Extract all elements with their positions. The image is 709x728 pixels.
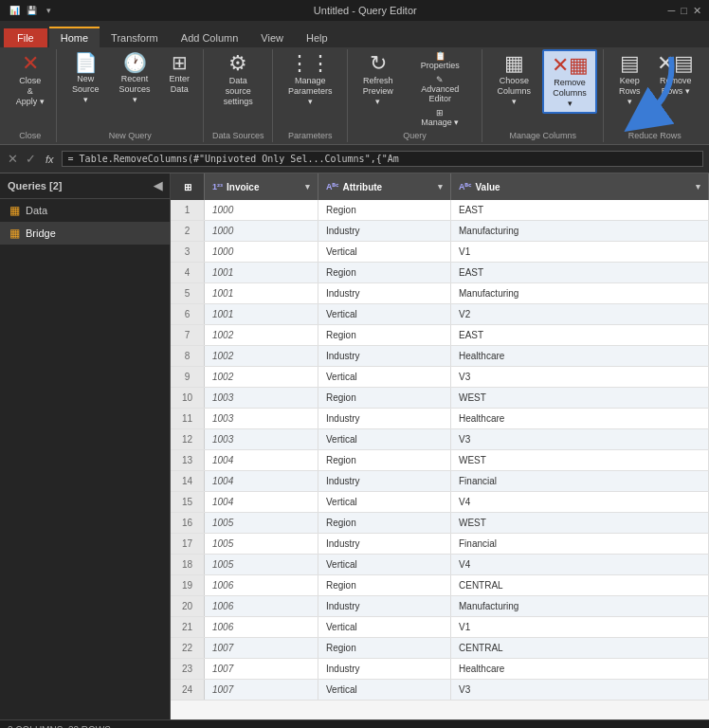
table-row[interactable]: 20 1006 Industry Manufacturing — [171, 596, 709, 617]
tab-transform[interactable]: Transform — [100, 28, 170, 47]
table-row[interactable]: 4 1001 Region EAST — [171, 263, 709, 283]
recent-sources-button[interactable]: 🕐 RecentSources ▾ — [110, 49, 159, 108]
tab-help[interactable]: Help — [295, 28, 339, 47]
table-row[interactable]: 21 1006 Vertical V1 — [171, 617, 709, 638]
cell-value: V1 — [451, 242, 709, 262]
sidebar-item-data[interactable]: ▦ Data — [0, 199, 170, 222]
formula-confirm-btn[interactable]: ✓ — [24, 152, 38, 166]
grid-menu-icon[interactable]: ⊞ — [184, 182, 191, 192]
remove-columns-label: RemoveColumns ▾ — [550, 78, 591, 108]
table-row[interactable]: 1 1000 Region EAST — [171, 200, 709, 221]
save-icon: 💾 — [25, 4, 38, 17]
window-title: Untitled - Query Editor — [63, 5, 668, 16]
table-row[interactable]: 16 1005 Region WEST — [171, 513, 709, 534]
table-row[interactable]: 3 1000 Vertical V1 — [171, 242, 709, 263]
cell-rownum: 8 — [171, 346, 205, 366]
table-row[interactable]: 15 1004 Vertical V4 — [171, 492, 709, 513]
cell-invoice: 1000 — [205, 200, 318, 220]
data-source-settings-button[interactable]: ⚙ Data sourcesettings — [209, 49, 266, 110]
minimize-btn[interactable]: ─ — [668, 5, 676, 17]
cell-attribute: Industry — [318, 221, 451, 241]
table-row[interactable]: 18 1005 Vertical V4 — [171, 555, 709, 575]
tab-add-column[interactable]: Add Column — [170, 28, 250, 47]
table-row[interactable]: 11 1003 Industry Healthcare — [171, 409, 709, 429]
grid-header-rownum: ⊞ — [171, 173, 205, 200]
dropdown-icon: ▾ — [42, 4, 55, 17]
ribbon-tabs: File Home Transform Add Column View Help — [0, 21, 709, 47]
cell-invoice: 1004 — [205, 492, 318, 512]
table-row[interactable]: 5 1001 Industry Manufacturing — [171, 283, 709, 304]
value-col-dropdown[interactable]: ▾ — [696, 182, 700, 191]
enter-data-label: EnterData — [169, 74, 190, 95]
table-row[interactable]: 7 1002 Region EAST — [171, 325, 709, 346]
cell-invoice: 1007 — [205, 638, 318, 658]
cell-attribute: Vertical — [318, 555, 451, 574]
properties-label: Properties — [421, 61, 460, 70]
formula-input[interactable] — [62, 151, 703, 167]
refresh-preview-button[interactable]: ↻ RefreshPreview ▾ — [354, 49, 402, 110]
table-row[interactable]: 12 1003 Vertical V3 — [171, 429, 709, 450]
table-row[interactable]: 10 1003 Region WEST — [171, 388, 709, 409]
choose-columns-button[interactable]: ▦ ChooseColumns ▾ — [488, 49, 540, 110]
cell-rownum: 11 — [171, 409, 205, 428]
title-bar: 📊 💾 ▾ Untitled - Query Editor ─ □ ✕ — [0, 0, 709, 21]
tab-home[interactable]: Home — [49, 27, 100, 47]
cell-value: V2 — [451, 304, 709, 324]
table-row[interactable]: 9 1002 Vertical V3 — [171, 367, 709, 388]
table-row[interactable]: 6 1001 Vertical V2 — [171, 304, 709, 325]
cell-invoice: 1005 — [205, 534, 318, 554]
tab-view[interactable]: View — [249, 28, 295, 47]
cell-value: EAST — [451, 263, 709, 282]
cell-invoice: 1000 — [205, 221, 318, 241]
table-row[interactable]: 14 1004 Industry Financial — [171, 471, 709, 492]
table-row[interactable]: 19 1006 Region CENTRAL — [171, 575, 709, 596]
cell-value: Healthcare — [451, 346, 709, 366]
keep-rows-button[interactable]: ▤ KeepRows ▾ — [609, 49, 649, 110]
cell-rownum: 3 — [171, 242, 205, 262]
ribbon-group-query: ↻ RefreshPreview ▾ 📋 Properties ✎ Advanc… — [348, 49, 482, 142]
sidebar-collapse-btn[interactable]: ◀ — [154, 179, 162, 192]
cell-rownum: 14 — [171, 471, 205, 491]
manage-button[interactable]: ⊞ Manage ▾ — [404, 106, 476, 129]
ribbon-group-reduce-rows: ▤ KeepRows ▾ ✕▤ RemoveRows ▾ Reduce Rows — [604, 49, 705, 142]
advanced-editor-button[interactable]: ✎ Advanced Editor — [404, 73, 476, 105]
enter-data-button[interactable]: ⊞ EnterData — [161, 49, 197, 99]
attribute-col-dropdown[interactable]: ▾ — [438, 182, 443, 191]
cell-rownum: 19 — [171, 575, 205, 595]
formula-bar: ✕ ✓ fx — [0, 145, 709, 173]
formula-cancel-btn[interactable]: ✕ — [6, 152, 20, 166]
close-btn[interactable]: ✕ — [693, 5, 701, 17]
invoice-col-type: 1²³ — [212, 182, 223, 191]
remove-columns-button[interactable]: ✕▦ RemoveColumns ▾ — [542, 49, 598, 114]
properties-button[interactable]: 📋 Properties — [404, 49, 476, 72]
formula-controls: ✕ ✓ — [6, 152, 38, 166]
query-buttons: ↻ RefreshPreview ▾ 📋 Properties ✎ Advanc… — [354, 49, 476, 129]
table-row[interactable]: 13 1004 Region WEST — [171, 450, 709, 471]
cell-value: Financial — [451, 471, 709, 491]
cell-attribute: Vertical — [318, 304, 451, 324]
table-row[interactable]: 8 1002 Industry Healthcare — [171, 346, 709, 367]
query-group-label: Query — [354, 129, 476, 142]
close-apply-label: Close &Apply ▾ — [15, 76, 45, 106]
sidebar-item-bridge[interactable]: ▦ Bridge — [0, 222, 170, 245]
table-row[interactable]: 2 1000 Industry Manufacturing — [171, 221, 709, 242]
table-row[interactable]: 17 1005 Industry Financial — [171, 534, 709, 555]
cell-invoice: 1002 — [205, 367, 318, 387]
close-buttons: ✕ Close &Apply ▾ — [9, 49, 50, 129]
table-row[interactable]: 24 1007 Vertical V3 — [171, 680, 709, 701]
maximize-btn[interactable]: □ — [681, 5, 687, 17]
cell-value: EAST — [451, 200, 709, 220]
title-bar-icons: 📊 💾 ▾ — [8, 4, 55, 17]
manage-parameters-button[interactable]: ⋮⋮ ManageParameters ▾ — [279, 49, 341, 110]
cell-attribute: Region — [318, 388, 451, 408]
remove-rows-button[interactable]: ✕▤ RemoveRows ▾ — [651, 49, 700, 100]
cell-invoice: 1007 — [205, 680, 318, 700]
tab-file[interactable]: File — [4, 28, 47, 47]
table-row[interactable]: 23 1007 Industry Healthcare — [171, 659, 709, 680]
close-apply-button[interactable]: ✕ Close &Apply ▾ — [9, 49, 50, 110]
invoice-col-dropdown[interactable]: ▾ — [305, 182, 310, 191]
table-row[interactable]: 22 1007 Region CENTRAL — [171, 638, 709, 659]
new-source-button[interactable]: 📄 NewSource ▾ — [63, 49, 108, 108]
sidebar-header: Queries [2] ◀ — [0, 173, 170, 199]
parameters-buttons: ⋮⋮ ManageParameters ▾ — [279, 49, 341, 129]
